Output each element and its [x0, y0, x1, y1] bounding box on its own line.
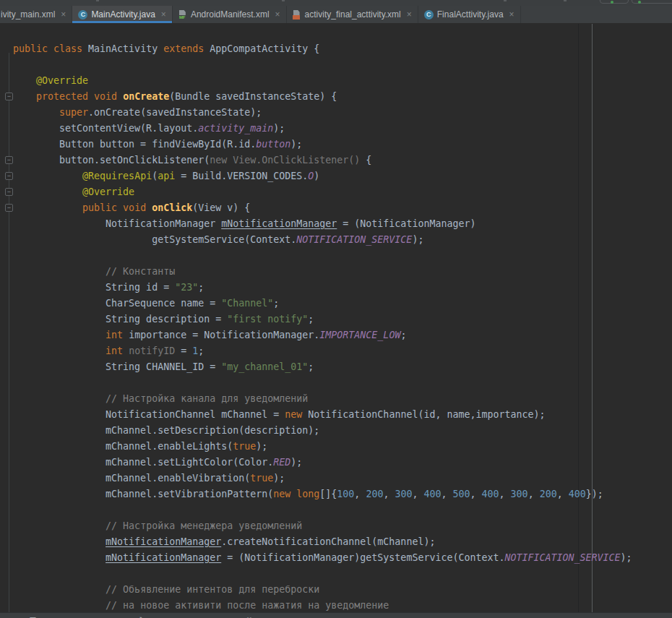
code-line[interactable]: super.onCreate(savedInstanceState); [0, 105, 672, 121]
code-segment: "Channel" [221, 298, 273, 309]
code-line[interactable]: button.setOnClickListener(new View.OnCli… [0, 153, 672, 168]
code-segment: , [354, 489, 366, 499]
code-line[interactable]: String id = "23"; [0, 280, 672, 296]
code-segment: 300 [511, 489, 528, 499]
code-segment [13, 520, 105, 531]
code-segment: mChannel.enableVibration( [13, 473, 250, 484]
tab-finalacttivity-java[interactable]: CFinalActtivity.java× [418, 6, 521, 23]
tab-activity-final-acttivity-xml[interactable]: activity_final_acttivity.xml× [287, 6, 418, 23]
fold-toggle-icon[interactable]: − [5, 156, 13, 164]
code-line[interactable]: public class MainActivity extends AppCom… [0, 41, 672, 57]
code-segment: .createNotificationChannel(mChannel); [221, 536, 435, 547]
code-segment: (Bundle savedInstanceState) { [169, 91, 337, 102]
code-line[interactable]: // Константы [0, 264, 672, 280]
code-line[interactable]: @Override [0, 73, 672, 89]
code-line[interactable] [0, 57, 672, 73]
code-area[interactable]: public class MainActivity extends AppCom… [0, 41, 672, 612]
toolbar-icon-edge [282, 0, 285, 1]
code-segment: = (NotificationManager) [337, 218, 475, 229]
code-segment: // Константы [105, 266, 175, 277]
code-segment [13, 393, 105, 404]
code-line[interactable]: CharSequence name = "Channel"; [0, 296, 672, 312]
code-line[interactable]: // Настройка канала для уведомлений [0, 391, 672, 407]
code-line[interactable]: String description = "first notify"; [0, 312, 672, 327]
code-segment: "my_channel_01" [221, 361, 308, 372]
code-segment: NOTIFICATION_SERVICE [296, 234, 412, 245]
close-icon[interactable]: × [275, 10, 280, 19]
code-line[interactable]: mChannel.enableVibration(true); [0, 471, 672, 486]
code-line[interactable]: mChannel.enableLights(true); [0, 439, 672, 455]
code-segment: NotificationManager [13, 218, 221, 229]
code-line[interactable]: mChannel.setVibrationPattern(new long[]{… [0, 486, 672, 502]
code-segment [13, 186, 82, 197]
code-line[interactable]: mChannel.setDescription(description); [0, 423, 672, 439]
code-segment [13, 346, 105, 356]
code-line[interactable]: protected void onCreate(Bundle savedInst… [0, 89, 672, 105]
code-line[interactable]: NotificationChannel mChannel = new Notif… [0, 407, 672, 423]
code-segment: RED [273, 457, 290, 468]
code-segment: // Обьявление интентов для переброски [105, 584, 319, 595]
code-line[interactable]: @RequiresApi(api = Build.VERSION_CODES.O… [0, 168, 672, 184]
code-segment: ); [290, 457, 302, 468]
ide-window: ivity_main.xml×CMainActivity.java×MFAndr… [0, 0, 672, 618]
code-line[interactable]: int notifyID = 1; [0, 343, 672, 359]
code-line[interactable] [0, 375, 672, 391]
code-line[interactable]: String CHANNEL_ID = "my_channel_01"; [0, 359, 672, 375]
code-line[interactable] [0, 248, 672, 264]
code-line[interactable]: public void onClick(View v) { [0, 200, 672, 216]
code-segment: protected void [36, 91, 123, 102]
code-line[interactable]: mNotificationManager = (NotificationMana… [0, 550, 672, 566]
layout-xml-icon [293, 10, 301, 20]
code-segment [13, 171, 82, 181]
code-segment: ); [256, 441, 267, 452]
code-segment: mChannel.setLightColor(Color. [13, 457, 273, 468]
code-segment: , [528, 489, 540, 499]
close-icon[interactable]: × [161, 10, 166, 19]
fold-toggle-icon[interactable]: − [5, 172, 13, 180]
run-widget[interactable] [600, 0, 629, 4]
code-line[interactable]: @Override [0, 184, 672, 200]
code-line[interactable]: int importance = NotificationManager.IMP… [0, 327, 672, 343]
code-segment [13, 584, 105, 595]
close-icon[interactable]: × [509, 10, 514, 19]
code-line[interactable]: mChannel.setLightColor(Color.RED); [0, 455, 672, 471]
code-segment: 500 [453, 489, 470, 499]
code-line[interactable]: getSystemService(Context.NOTIFICATION_SE… [0, 232, 672, 248]
code-segment: ) [314, 171, 319, 181]
code-line[interactable]: // Обьявление интентов для переброски [0, 582, 672, 598]
tab-ivity-main-xml[interactable]: ivity_main.xml× [0, 6, 72, 23]
code-segment: MainActivity [88, 43, 163, 54]
code-segment: NotificationChannel(id, name,importance)… [302, 409, 545, 420]
code-segment: @Override [82, 186, 134, 197]
code-editor[interactable]: −−−−− public class MainActivity extends … [0, 24, 672, 612]
code-segment: true [233, 441, 256, 452]
code-segment: IMPORTANCE_LOW [319, 330, 400, 340]
code-segment: button.setOnClickListener( [13, 155, 210, 166]
code-line[interactable]: mNotificationManager.createNotificationC… [0, 534, 672, 550]
tab-label: FinalActtivity.java [437, 9, 504, 20]
tab-androidmanifest-xml[interactable]: MFAndroidManifest.xml× [173, 6, 287, 23]
code-segment: @RequiresApi [82, 171, 152, 181]
close-icon[interactable]: × [407, 10, 412, 19]
code-line[interactable]: NotificationManager mNotificationManager… [0, 216, 672, 232]
fold-toggle-icon[interactable]: − [5, 188, 13, 196]
code-line[interactable] [0, 566, 672, 582]
code-segment: = [175, 346, 192, 356]
code-line[interactable]: // на новое активити после нажатия на ув… [0, 598, 672, 612]
close-icon[interactable]: × [61, 10, 66, 19]
code-segment: NOTIFICATION_SERVICE [504, 552, 620, 563]
fold-toggle-icon[interactable]: − [5, 204, 13, 212]
code-segment: extends [163, 43, 210, 54]
device-widget[interactable] [632, 0, 672, 4]
code-line[interactable]: setContentView(R.layout.activity_main); [0, 121, 672, 137]
code-line[interactable] [0, 502, 672, 518]
code-segment: super [59, 107, 88, 118]
code-line[interactable]: Button button = findViewById(R.id.button… [0, 137, 672, 153]
fold-toggle-icon[interactable]: − [5, 93, 13, 100]
code-segment: int [105, 330, 123, 340]
code-line[interactable]: // Настройка менеджера уведомлений [0, 518, 672, 534]
tab-mainactivity-java[interactable]: CMainActivity.java× [72, 6, 173, 23]
tab-label: AndroidManifest.xml [191, 9, 270, 20]
code-segment [13, 75, 36, 86]
code-segment: []{ [319, 489, 337, 499]
